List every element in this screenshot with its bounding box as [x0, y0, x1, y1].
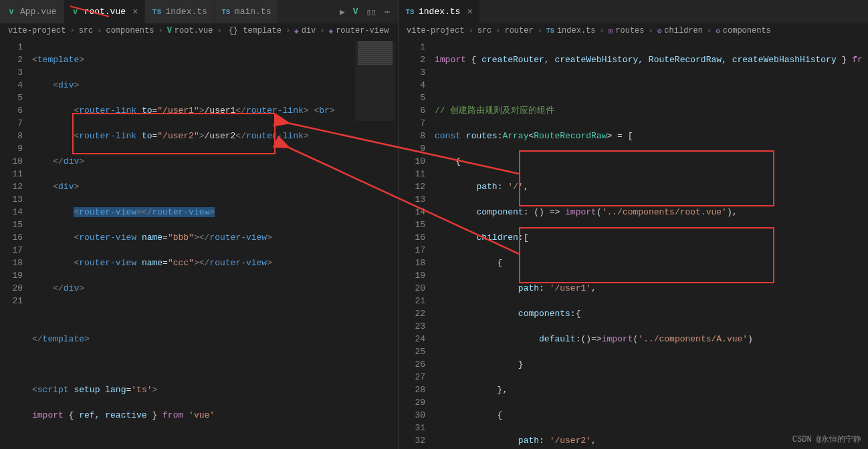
close-icon[interactable]: × — [132, 7, 138, 17]
code-string: "/user2" — [157, 131, 199, 141]
tab-main-ts[interactable]: TS main.ts — [215, 0, 279, 23]
crumb[interactable]: children — [664, 26, 703, 35]
left-breadcrumb[interactable]: vite-project› src› components› V root.vu… — [0, 23, 398, 38]
tab-index-ts-right[interactable]: TS index.ts × — [399, 0, 480, 23]
crumb[interactable]: components — [106, 26, 154, 35]
crumb[interactable]: src — [79, 26, 94, 35]
element-icon: ◈ — [294, 27, 299, 35]
crumb[interactable]: {} template — [229, 26, 282, 35]
crumb[interactable]: vite-project — [407, 26, 464, 35]
right-breadcrumb[interactable]: vite-project› src› router› TS index.ts› … — [399, 23, 868, 38]
more-icon[interactable]: ⋯ — [385, 7, 390, 17]
crumb[interactable]: router — [504, 26, 533, 35]
crumb[interactable]: routes — [615, 26, 644, 35]
ts-icon: TS — [152, 7, 161, 17]
code-string: "ccc" — [168, 258, 194, 268]
watermark: CSDN @永恒的宁静 — [792, 434, 861, 445]
code-var: createRouter, createWebHistory, RouteRec… — [481, 55, 837, 65]
vue-icon: V — [167, 26, 172, 35]
var-icon: ⊞ — [609, 27, 613, 35]
tab-actions: ▶ V ▯▯ ⋯ — [340, 7, 398, 17]
method-icon: ⚙ — [657, 27, 662, 35]
code-string: '/user1' — [550, 283, 591, 293]
left-editor-pane: V App.vue V root.vue × TS index.ts TS ma… — [0, 0, 399, 449]
play-icon[interactable]: ▶ — [340, 7, 345, 17]
crumb[interactable]: components — [723, 26, 771, 35]
vue-icon: V — [7, 7, 16, 17]
crumb[interactable]: vite-project — [8, 26, 66, 35]
close-icon[interactable]: × — [467, 7, 472, 17]
tab-label: index.ts — [419, 7, 460, 17]
code-string: "bbb" — [168, 233, 194, 243]
minimap[interactable] — [355, 41, 395, 121]
code-comment: // 创建路由规则及对应的组件 — [435, 106, 554, 116]
tab-label: index.ts — [165, 7, 207, 17]
ts-icon: TS — [546, 27, 554, 35]
crumb[interactable]: src — [477, 26, 492, 35]
code-string: '/user2' — [550, 436, 591, 446]
right-code[interactable]: import { createRouter, createWebHistory,… — [435, 38, 868, 449]
left-code[interactable]: <template> <div> <router-link to="/user1… — [32, 38, 398, 449]
tab-label: App.vue — [20, 7, 57, 17]
crumb[interactable]: div — [302, 26, 316, 35]
right-gutter: 1234567891011121314151617181920212223242… — [399, 38, 435, 449]
right-editor[interactable]: 1234567891011121314151617181920212223242… — [399, 38, 868, 449]
tab-app-vue[interactable]: V App.vue — [0, 0, 64, 23]
ts-icon: TS — [405, 7, 415, 17]
crumb[interactable]: index.ts — [557, 26, 596, 35]
tab-root-vue[interactable]: V root.vue × — [64, 0, 146, 23]
ts-icon: TS — [221, 7, 231, 17]
code-var: ref, reactive — [79, 410, 146, 420]
split-icon[interactable]: ▯▯ — [366, 7, 377, 17]
code-string: 'vue' — [189, 410, 215, 420]
tab-label: main.ts — [235, 7, 272, 17]
crumb[interactable]: router-view — [336, 26, 389, 35]
tab-index-ts[interactable]: TS index.ts — [145, 0, 214, 23]
method-icon: ⚙ — [716, 27, 720, 35]
vue-tool-icon[interactable]: V — [353, 7, 358, 17]
code-string: '../components/root.vue' — [602, 207, 727, 217]
left-gutter: 123456789101112131415161718192021 — [0, 38, 32, 449]
element-icon: ◈ — [329, 27, 334, 35]
code-string: '/' — [508, 182, 523, 192]
code-string: '../components/A.vue' — [638, 334, 748, 344]
code-string: "/user1" — [157, 106, 199, 116]
code-type: RouteRecordRaw — [534, 131, 607, 141]
left-tabs: V App.vue V root.vue × TS index.ts TS ma… — [0, 0, 398, 23]
left-editor[interactable]: 123456789101112131415161718192021 <templ… — [0, 38, 398, 449]
crumb[interactable]: root.vue — [175, 26, 213, 35]
right-editor-pane: TS index.ts × vite-project› src› router›… — [399, 0, 868, 449]
right-tabs: TS index.ts × — [399, 0, 868, 23]
